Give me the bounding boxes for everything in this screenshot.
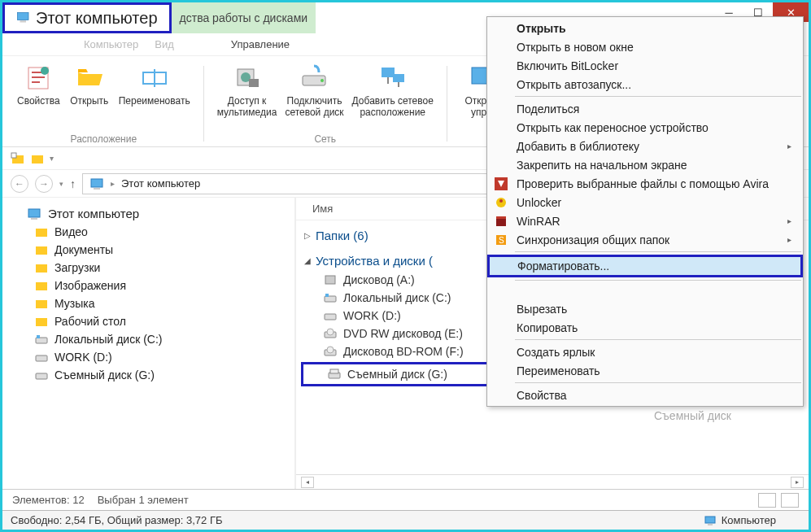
computer-icon [27, 207, 41, 220]
nav-removable-g[interactable]: Съемный диск (G:) [2, 366, 294, 384]
ribbon-open[interactable]: Открыть [68, 61, 111, 107]
breadcrumb[interactable]: Этот компьютер [121, 177, 200, 190]
nav-label: Музыка [55, 297, 95, 310]
scroll-right-icon[interactable]: ▸ [791, 477, 804, 488]
file-label: Дисковод (A:) [343, 273, 415, 286]
ctx-separator [515, 96, 801, 97]
ctx-label: Проверить выбранные файлы с помощью Avir… [517, 177, 769, 190]
menu-view[interactable]: Вид [155, 38, 174, 50]
nav-downloads[interactable]: Загрузки [2, 259, 294, 277]
computer-icon [89, 177, 104, 190]
ctx-open-new-window[interactable]: Открыть в новом окне [487, 37, 803, 56]
expand-icon[interactable]: ▷ [304, 231, 311, 240]
ctx-autorun[interactable]: Открыть автозапуск... [487, 75, 803, 94]
nav-music[interactable]: Музыка [2, 294, 294, 312]
collapse-icon[interactable]: ◢ [304, 256, 311, 265]
ctx-rename[interactable]: Переименовать [487, 361, 803, 380]
scroll-left-icon[interactable]: ◂ [301, 477, 314, 488]
file-label: Локальный диск (C:) [343, 291, 451, 304]
ctx-pin[interactable]: Закрепить на начальном экране [487, 155, 803, 174]
ctx-separator [515, 339, 801, 340]
nav-label: Съемный диск (G:) [55, 368, 155, 382]
forward-button[interactable]: → [35, 175, 53, 193]
ctx-copy[interactable]: Копировать [487, 318, 803, 337]
chevron-down-icon[interactable]: ▾ [50, 154, 54, 163]
device-removable-extra: Съемный диск [654, 409, 731, 422]
ribbon-label: Открыть [70, 95, 108, 107]
nav-root[interactable]: Этот компьютер [2, 204, 294, 223]
computer-icon [704, 515, 717, 526]
menu-manage[interactable]: Управление [231, 38, 290, 50]
svg-rect-32 [36, 373, 47, 379]
ctx-cut[interactable]: Вырезать [487, 299, 803, 318]
svg-rect-34 [325, 296, 336, 302]
svg-rect-33 [325, 276, 335, 284]
svg-rect-49 [496, 216, 506, 219]
ctx-portable[interactable]: Открыть как переносное устройство [487, 118, 803, 137]
ribbon-group-label: Сеть [217, 131, 434, 146]
ctx-label: Свойства [517, 389, 566, 402]
svg-point-3 [41, 67, 49, 75]
horizontal-scrollbar[interactable]: ◂ ▸ [296, 474, 809, 489]
ctx-label: Переименовать [517, 364, 600, 377]
ctx-open[interactable]: Открыть [487, 19, 803, 37]
sync-icon: S [494, 233, 508, 247]
ctx-share[interactable]: Поделиться [487, 99, 803, 118]
menu-computer[interactable]: Компьютер [84, 38, 138, 50]
ctx-label: Открыть автозапуск... [517, 78, 631, 91]
svg-rect-30 [37, 335, 40, 338]
back-button[interactable]: ← [11, 175, 28, 193]
svg-rect-44 [708, 524, 713, 525]
group-label: Папки (6) [316, 229, 368, 242]
ribbon-label: Добавить сетевое расположение [352, 95, 434, 118]
ribbon-rename[interactable]: Переименовать [119, 61, 190, 107]
ctx-unlocker[interactable]: Unlocker [487, 193, 803, 211]
nav-pictures[interactable]: Изображения [2, 277, 294, 294]
nav-label: Видео [55, 225, 88, 238]
nav-desktop[interactable]: Рабочий стол [2, 312, 294, 330]
ribbon-separator [203, 66, 204, 142]
status-bar: Элементов: 12 Выбран 1 элемент [2, 489, 809, 510]
folder-icon [35, 298, 48, 309]
ctx-shortcut[interactable]: Создать ярлык [487, 342, 803, 361]
ctx-library[interactable]: Добавить в библиотеку▸ [487, 137, 803, 155]
ribbon-tab-context[interactable]: дства работы с дисками [172, 2, 316, 33]
ribbon-properties[interactable]: Свойства [17, 61, 60, 107]
nav-local-c[interactable]: Локальный диск (C:) [2, 330, 294, 348]
properties-icon [22, 61, 55, 94]
new-folder-icon[interactable] [11, 152, 25, 165]
ctx-format-selected[interactable]: Форматировать... [487, 255, 803, 277]
ctx-label: Открыть как переносное устройство [517, 121, 709, 134]
up-button[interactable]: ↑ [70, 177, 76, 190]
view-icons-button[interactable] [781, 493, 799, 508]
svg-rect-29 [36, 338, 47, 343]
svg-rect-28 [36, 318, 47, 326]
ribbon-map-drive[interactable]: Подключить сетевой диск [285, 61, 343, 118]
folder-icon[interactable] [30, 152, 45, 165]
svg-rect-8 [249, 79, 259, 87]
recent-dropdown[interactable]: ▾ [59, 180, 63, 188]
ctx-properties[interactable]: Свойства [487, 386, 803, 404]
ribbon-label: Подключить сетевой диск [285, 95, 343, 118]
ctx-avira[interactable]: Проверить выбранные файлы с помощью Avir… [487, 174, 803, 193]
ribbon-add-netloc[interactable]: Добавить сетевое расположение [352, 61, 434, 118]
window-title: Этот компьютер [36, 9, 158, 28]
nav-documents[interactable]: Документы [2, 241, 294, 259]
ctx-bitlocker[interactable]: Включить BitLocker [487, 56, 803, 75]
drive-icon [35, 351, 48, 363]
ctx-sync[interactable]: SСинхронизация общих папок▸ [487, 230, 803, 249]
view-details-button[interactable] [758, 493, 776, 508]
group-label: Устройства и диски ( [316, 254, 433, 268]
svg-point-40 [327, 347, 334, 353]
folder-icon [35, 316, 48, 327]
ribbon-media-access[interactable]: Доступ к мультимедиа [217, 61, 277, 118]
column-name[interactable]: Имя [312, 203, 333, 215]
ribbon-label: Доступ к мультимедиа [217, 95, 277, 118]
svg-rect-21 [28, 209, 40, 217]
nav-label: Загрузки [55, 261, 100, 274]
file-label: DVD RW дисковод (E:) [343, 327, 463, 340]
ribbon-group-location: Свойства Открыть Переименовать Расположе… [11, 61, 197, 146]
ctx-winrar[interactable]: WinRAR▸ [487, 211, 803, 230]
nav-videos[interactable]: Видео [2, 223, 294, 241]
nav-work-d[interactable]: WORK (D:) [2, 348, 294, 366]
